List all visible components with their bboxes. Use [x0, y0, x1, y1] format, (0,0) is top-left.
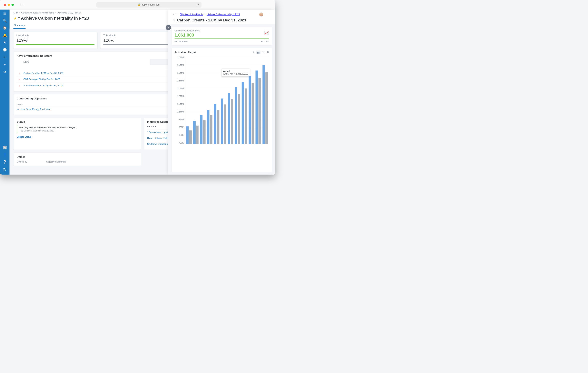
details-card: Details Owned by Objective alignment: [13, 153, 141, 166]
breadcrumb-link[interactable]: Corporate Strategic Portfolio Mgmt: [21, 11, 54, 14]
search-icon[interactable]: 🔍: [3, 19, 7, 23]
bar-actual[interactable]: [255, 71, 258, 144]
menu-icon[interactable]: ☰: [3, 11, 6, 15]
logo-icon[interactable]: Ⓢ: [3, 167, 6, 172]
apps-icon[interactable]: ⚙: [3, 70, 6, 74]
home-icon[interactable]: 🏠: [3, 26, 7, 30]
bar-actual[interactable]: [235, 87, 237, 144]
refresh-icon[interactable]: ⟲: [252, 51, 254, 54]
minimize-window-icon[interactable]: [8, 4, 10, 6]
chart-card: Actual vs. Target ⟲ ▮▮ ⛉ ⚙ 1.8MM1.7MM1.6…: [171, 48, 272, 172]
forward-icon[interactable]: ›: [22, 3, 24, 7]
clock-icon[interactable]: 🕘: [3, 48, 7, 52]
chart-tooltip: Actual Actual value: 1,341,000.00: [221, 69, 250, 76]
bar-target[interactable]: [196, 125, 199, 144]
maximize-window-icon[interactable]: [11, 4, 14, 6]
bar-target[interactable]: [210, 115, 212, 144]
tooltip-series: Actual: [223, 70, 248, 73]
panel-breadcrumb-link[interactable]: Objectives & Key Results: [180, 13, 203, 16]
building-icon[interactable]: 🏢: [3, 145, 7, 149]
line-chart-icon: 📈: [264, 31, 269, 35]
panel-breadcrumb-link[interactable]: * Achieve Carbon neutrality in FY23: [207, 13, 240, 16]
tab-summary[interactable]: Summary: [13, 23, 26, 29]
hierarchy-icon[interactable]: ⊞: [3, 55, 6, 59]
sort-up-icon[interactable]: ↑: [158, 125, 159, 128]
col-name: Name: [22, 59, 150, 65]
objective-link[interactable]: Increase Solar Energy Production: [17, 108, 51, 111]
bar-actual[interactable]: [207, 110, 210, 144]
bar-actual[interactable]: [221, 98, 223, 144]
kpi-link[interactable]: Carbon Credits - 1.6M by Dec 31, 2023: [23, 72, 63, 74]
kpi-link[interactable]: Solar Generation - 50 by Dec 31, 2023: [23, 84, 63, 87]
bar-actual[interactable]: [200, 115, 202, 144]
trend-down-icon: ↓: [17, 70, 22, 76]
close-window-icon[interactable]: [4, 4, 6, 6]
bar-target[interactable]: [265, 72, 268, 144]
status-card: Status Working well, achievement surpass…: [13, 118, 141, 150]
tooltip-value: Actual value: 1,341,000.00: [223, 73, 248, 75]
star-icon[interactable]: ★: [3, 41, 6, 44]
y-axis: 1.8MM1.7MM1.6MM1.5MM1.4MM1.3MM1.2MM1.1MM…: [175, 56, 185, 144]
chart-title: Actual vs. Target: [175, 51, 196, 54]
favorite-star-icon[interactable]: ★: [13, 16, 17, 21]
plus-icon[interactable]: ＋: [3, 62, 6, 67]
bar-chart-icon[interactable]: ▮▮: [256, 51, 261, 54]
help-icon[interactable]: ❔: [3, 160, 7, 164]
bar-actual[interactable]: [228, 93, 230, 144]
ahead-text: 63.74K ahead: [175, 41, 188, 43]
window-controls: [4, 4, 14, 6]
bar-target[interactable]: [231, 99, 233, 144]
filter-icon[interactable]: ⛉: [262, 51, 265, 54]
breadcrumb: SPM › Corporate Strategic Portfolio Mgmt…: [13, 11, 81, 14]
bar-target[interactable]: [217, 110, 219, 144]
update-status-link[interactable]: Update Status: [17, 135, 31, 138]
url-bar[interactable]: 🔒app.shibumi.com ⟳: [96, 2, 201, 8]
browser-chrome: ‹ › 🔒app.shibumi.com ⟳: [0, 0, 275, 10]
owned-by-label: Owned by: [17, 160, 27, 163]
panel-title: Carbon Credits - 1.6M by Dec 31, 2023: [177, 18, 246, 22]
bar-target[interactable]: [259, 78, 261, 144]
url-text: app.shibumi.com: [141, 3, 160, 6]
trend-down-icon: ↓: [17, 76, 22, 82]
user-icon[interactable]: 👤: [3, 153, 7, 156]
bar-actual[interactable]: [193, 121, 196, 144]
achievement-value: 1,061,000: [175, 32, 269, 38]
section-heading: Details: [17, 155, 138, 158]
kpi-value: 109%: [16, 38, 94, 43]
section-heading: Status: [17, 120, 138, 124]
bar-actual[interactable]: [186, 126, 189, 144]
kpi-label: Last Month: [16, 34, 94, 37]
bar-target[interactable]: [224, 104, 226, 144]
bar-actual[interactable]: [242, 82, 244, 144]
achievement-card: Cumulative achievement 1,061,000 📈 63.74…: [171, 27, 272, 46]
breadcrumb-link[interactable]: Objectives & Key Results: [57, 11, 81, 14]
lock-icon: 🔒: [138, 3, 141, 6]
bar-actual[interactable]: [249, 76, 251, 144]
breadcrumb-link[interactable]: SPM: [13, 11, 18, 14]
close-panel-icon[interactable]: ✕: [166, 25, 171, 30]
bar-actual[interactable]: [214, 104, 216, 144]
achievement-label: Cumulative achievement: [175, 29, 269, 32]
kebab-menu-icon[interactable]: ⋮: [265, 13, 271, 16]
favorite-star-outline-icon[interactable]: ☆: [172, 18, 176, 22]
page-title: * Achieve Carbon neutrality in FY23: [18, 16, 89, 21]
bar-target[interactable]: [252, 83, 254, 144]
back-icon[interactable]: ‹: [19, 3, 21, 7]
left-nav: ☰ 🔍 🏠 🔔 ★ 🕘 ⊞ ＋ ⚙ 🏢 👤 ❔ Ⓢ: [0, 10, 10, 175]
gear-icon[interactable]: ⚙: [267, 51, 269, 54]
kpi-card-last-month: Last Month 109%: [13, 32, 98, 49]
chart-plot: Actual Actual value: 1,341,000.00: [185, 56, 269, 144]
bar-actual[interactable]: [262, 65, 265, 144]
status-text: Working well, achievement surpasses 100%…: [19, 126, 138, 129]
kpi-link[interactable]: CO2 Savings - 500 by Dec 31, 2023: [23, 78, 60, 81]
avatar[interactable]: [259, 12, 263, 17]
reload-icon[interactable]: ⟳: [197, 3, 199, 6]
breadcrumb-overflow-icon[interactable]: ⋯: [172, 13, 176, 16]
col-initiative[interactable]: Initiative: [147, 125, 157, 128]
bar-target[interactable]: [203, 120, 206, 144]
bell-icon[interactable]: 🔔: [3, 33, 7, 37]
bar-target[interactable]: [238, 94, 240, 144]
bar-target[interactable]: [189, 130, 192, 144]
bar-target[interactable]: [245, 88, 247, 144]
trend-down-icon: ↓: [17, 83, 22, 89]
